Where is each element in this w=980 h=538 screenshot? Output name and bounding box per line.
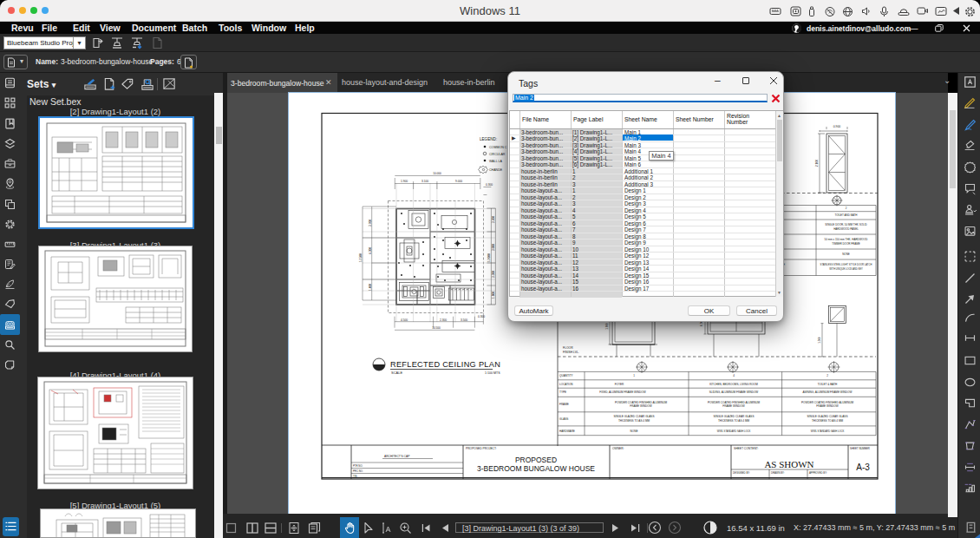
svg-text:POWDER COATED FINISHED ALUMINU: POWDER COATED FINISHED ALUMINUM [615,401,667,404]
svg-text:SHEET CONTENT:: SHEET CONTENT: [734,447,758,450]
svg-text:REFLECTED CEILING PLAN: REFLECTED CEILING PLAN [390,360,500,369]
svg-text:1: 1 [633,374,635,377]
svg-text:50 mm x 150 mm THK. HARDWOOD: 50 mm x 150 mm THK. HARDWOOD [825,238,869,241]
svg-text:LEGEND:: LEGEND: [480,137,497,141]
svg-text:STAINLESS STEEL LIGHT STYLE DO: STAINLESS STEEL LIGHT STYLE DOOR LATCH [820,263,872,266]
svg-text:3-BEDROOM BUNGALOW HOUSE: 3-BEDROOM BUNGALOW HOUSE [477,464,595,473]
svg-text:THICKNESS TO AS 4 MM: THICKNESS TO AS 4 MM [812,419,844,423]
svg-text:3.000: 3.000 [492,244,495,251]
svg-text:KITCHEN, BEDROOMS, LIVING ROOM: KITCHEN, BEDROOMS, LIVING ROOM [709,383,758,386]
svg-text:10.500: 10.500 [432,326,441,330]
svg-text:THICKNESS TO AS 4 MM: THICKNESS TO AS 4 MM [718,419,750,423]
svg-text:AS SHOWN: AS SHOWN [764,459,813,469]
svg-text:CHANDE: CHANDE [489,168,503,172]
svg-text:DESIGNED BY:: DESIGNED BY: [733,471,750,475]
svg-text:0.300: 0.300 [486,183,493,187]
svg-text:COMMON C: COMMON C [489,146,507,149]
svg-text:FRAME: FRAME [559,403,569,406]
svg-text:W/WL STANDARD SASH LOCK: W/WL STANDARD SASH LOCK [717,430,751,433]
svg-text:TIN: TIN [353,475,357,478]
svg-text:1.400: 1.400 [369,284,372,291]
svg-text:TOILET AND BATH: TOILET AND BATH [834,213,857,217]
svg-text:3.500: 3.500 [461,318,467,322]
svg-text:FIXED, ALUMINUM FRAME WINDOW: FIXED, ALUMINUM FRAME WINDOW [599,390,645,394]
svg-text:PROPOSED: PROPOSED [515,456,557,464]
svg-text:4.500: 4.500 [401,318,408,322]
svg-text:PRC NO.: PRC NO. [353,469,363,473]
svg-text:1.600: 1.600 [605,323,609,330]
svg-text:AWNING, ALUMINUM FRAME WINDOW: AWNING, ALUMINUM FRAME WINDOW [803,390,853,394]
svg-text:TOILET & BATH: TOILET & BATH [818,383,838,386]
svg-text:HARDWOOD PANEL: HARDWOOD PANEL [833,227,859,231]
svg-text:SHEET NUMBER: SHEET NUMBER [850,447,870,450]
svg-text:TIMBER DOOR FRAME: TIMBER DOOR FRAME [832,242,860,246]
svg-text:2: 2 [826,374,828,377]
svg-text:3.200: 3.200 [492,216,495,223]
svg-text:THICKNESS TO AS 4 MM: THICKNESS TO AS 4 MM [618,419,650,423]
svg-text:OWNER:: OWNER: [612,447,624,450]
svg-text:FLOOR: FLOOR [563,346,573,350]
svg-text:1.800: 1.800 [492,292,495,299]
svg-text:0.900: 0.900 [833,125,841,128]
svg-text:1:100 MTS: 1:100 MTS [485,371,500,375]
svg-text:FOYER: FOYER [615,383,624,386]
svg-text:4.300: 4.300 [369,247,372,254]
svg-text:HARDWARE: HARDWARE [559,430,575,433]
svg-text:SCALE: SCALE [391,371,402,375]
svg-text:WALL LA: WALL LA [489,160,503,163]
svg-text:NONE: NONE [842,253,850,256]
svg-text:APPROVED BY:: APPROVED BY: [809,471,827,475]
svg-text:0.300: 0.300 [478,315,485,318]
svg-text:1.500: 1.500 [818,337,821,344]
svg-text:POWDER COATED FINISHED ALUMINU: POWDER COATED FINISHED ALUMINUM [708,401,760,404]
svg-text:2.300: 2.300 [440,318,447,322]
svg-text:PTR NO.: PTR NO. [353,464,363,468]
svg-text:3.100: 3.100 [421,180,428,183]
svg-text:NONE: NONE [630,430,638,433]
svg-text:ARCHITECT'S CAP: ARCHITECT'S CAP [384,455,410,458]
svg-text:DRAWN BY:: DRAWN BY: [771,471,785,475]
svg-text:FRAME WINDOW: FRAME WINDOW [816,404,838,408]
svg-text:FINISH LVL.: FINISH LVL. [563,351,579,354]
svg-text:FRAME WINDOW: FRAME WINDOW [630,404,651,408]
svg-text:LOCATION: LOCATION [559,383,573,386]
svg-text:12.500: 12.500 [359,253,363,262]
svg-text:GLASS: GLASS [559,417,568,421]
svg-text:10.000: 10.000 [433,172,441,175]
svg-text:PROPOSED PROJECT:: PROPOSED PROJECT: [466,447,497,450]
svg-text:QUANTITY: QUANTITY [559,374,573,377]
svg-text:SINGLE GLAZED CLEAR GLASS: SINGLE GLAZED CLEAR GLASS [714,415,755,418]
svg-text:4: 4 [733,374,735,377]
svg-text:1.900: 1.900 [401,180,408,183]
svg-text:TYPE: TYPE [559,390,566,394]
svg-text:W/WL STANDARD SASH LOCK: W/WL STANDARD SASH LOCK [811,430,845,433]
svg-text:A-3: A-3 [856,463,870,472]
svg-text:WITH UNIQUE LOCK AND KEY: WITH UNIQUE LOCK AND KEY [829,267,863,271]
svg-text:3.300: 3.300 [492,271,495,278]
svg-text:FRAME WINDOW: FRAME WINDOW [722,404,744,408]
svg-text:3.700: 3.700 [369,220,372,226]
svg-text:SINGLE DOOR, 50 MM THK SOLID: SINGLE DOOR, 50 MM THK SOLID [825,223,867,226]
svg-text:SLIDING, ALUMINUM FRAME WINDOW: SLIDING, ALUMINUM FRAME WINDOW [709,390,759,394]
svg-text:POWDER COATED FINISHED ALUMINU: POWDER COATED FINISHED ALUMINUM [801,401,853,404]
svg-text:SINGLE GLAZED CLEAR GLASS: SINGLE GLAZED CLEAR GLASS [614,415,655,418]
svg-text:9.000: 9.000 [455,180,462,183]
svg-text:CIRCULAR: CIRCULAR [489,153,506,156]
svg-text:2.100: 2.100 [815,160,819,167]
svg-text:12.000: 12.000 [487,253,491,262]
svg-text:SINGLE GLAZED CLEAR GLASS: SINGLE GLAZED CLEAR GLASS [807,415,848,418]
